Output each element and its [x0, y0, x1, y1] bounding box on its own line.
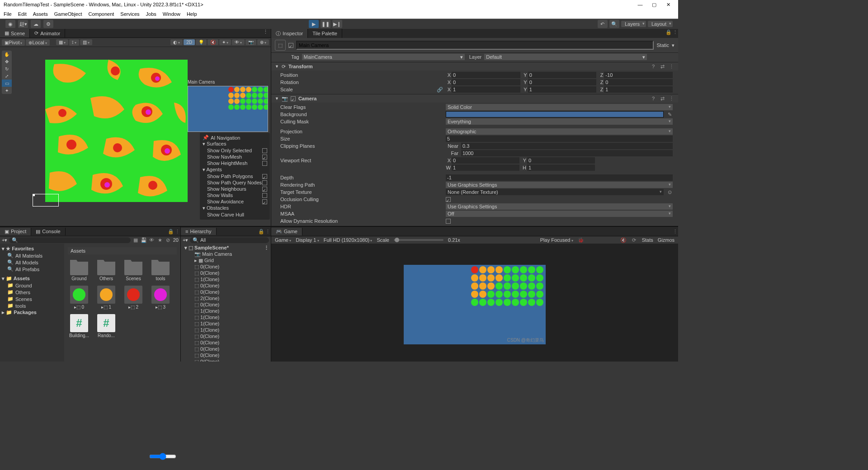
overlay-pin-icon[interactable]: 📌 [203, 135, 209, 141]
maximize-icon[interactable]: ▢ [648, 2, 660, 8]
hierarchy-item[interactable]: ⬚ 0(Clone) [182, 263, 270, 270]
dynres-checkbox[interactable] [446, 219, 451, 224]
rect-tool-icon[interactable]: ▭ [2, 80, 12, 87]
vp-w[interactable] [452, 164, 519, 171]
scale-x[interactable] [452, 86, 520, 93]
size-field[interactable] [446, 136, 673, 142]
camera-header[interactable]: ▼📷 Camera ? ⇄ ⋮ [271, 94, 678, 103]
undo-history-icon[interactable]: ↶ [598, 20, 608, 28]
rendering-path-dropdown[interactable]: Use Graphics Settings [446, 182, 673, 188]
pos-y[interactable] [528, 72, 597, 78]
script-icon[interactable]: # [70, 314, 88, 332]
menu-jobs[interactable]: Jobs [146, 11, 156, 17]
depth-field[interactable] [446, 174, 673, 181]
mute-icon[interactable]: 🔇 [620, 237, 627, 243]
filter-icon[interactable]: ▦ [132, 237, 139, 243]
occlusion-checkbox[interactable] [446, 197, 451, 202]
layers-dropdown[interactable]: Layers [621, 21, 646, 27]
resolution-dropdown[interactable]: Full HD (1920x1080) [324, 237, 373, 243]
menu-gameobject[interactable]: GameObject [54, 11, 82, 17]
clear-flags-dropdown[interactable]: Solid Color [446, 104, 673, 110]
hierarchy-item[interactable]: 📷 Main Camera [182, 251, 270, 257]
static-dropdown-icon[interactable]: ▾ [672, 42, 675, 48]
hand-tool-icon[interactable]: ✋ [2, 51, 12, 58]
add-icon[interactable]: +▾ [183, 237, 188, 243]
hierarchy-item[interactable]: ⬚ 0(Clone) [182, 346, 270, 352]
tab-menu-icon[interactable]: ⋮ [264, 228, 271, 235]
vsync-icon[interactable]: ⟳ [631, 237, 637, 243]
close-icon[interactable]: ✕ [662, 2, 675, 8]
gameobject-icon[interactable]: ⬚ [275, 40, 286, 51]
hierarchy-item[interactable]: ⬚ 0(Clone) [182, 339, 270, 346]
tab-inspector[interactable]: ⓘInspector [271, 29, 308, 38]
rot-x[interactable] [452, 79, 520, 85]
target-texture-field[interactable]: None (Render Texture) [446, 189, 664, 195]
hierarchy-item[interactable]: ⬚ 1(Clone) [182, 320, 270, 327]
menu-assets[interactable]: Assets [33, 11, 48, 17]
scale-slider[interactable] [394, 239, 443, 241]
pivot-toggle[interactable]: ▣Pivot [2, 39, 25, 46]
folder-icon[interactable] [97, 257, 115, 275]
script-icon[interactable]: # [97, 314, 115, 332]
snap-increment-icon[interactable]: ⟟ [69, 39, 79, 46]
folder-icon[interactable] [124, 257, 142, 275]
tab-menu-icon[interactable]: ⋮ [174, 228, 180, 235]
menu-window[interactable]: Window [163, 11, 180, 17]
hierarchy-item[interactable]: ⬚ 1(Clone) [182, 308, 270, 314]
cloud-icon[interactable]: ☁ [31, 20, 41, 28]
tab-menu-icon[interactable]: ⋮ [260, 29, 271, 38]
lock-icon[interactable]: 🔒 [168, 228, 174, 235]
pos-x[interactable] [452, 72, 520, 78]
hierarchy-item[interactable]: ⬚ 1(Clone) [182, 314, 270, 320]
local-toggle[interactable]: ⊕Local [26, 39, 49, 46]
snap-toggle-icon[interactable]: ▥ [80, 39, 92, 45]
play-button[interactable]: ▶ [309, 20, 319, 28]
visibility-icon[interactable]: 👁 [232, 39, 245, 45]
stats-button[interactable]: Stats [642, 237, 653, 243]
link-icon[interactable]: 🔗 [437, 86, 443, 93]
preset-icon[interactable]: ⇄ [659, 95, 665, 102]
hdr-dropdown[interactable]: Use Graphics Settings [446, 203, 673, 210]
hierarchy-item[interactable]: ⬚ 0(Clone) [182, 289, 270, 295]
checkbox[interactable] [262, 161, 267, 166]
fx-icon[interactable]: ✦ [219, 39, 231, 45]
hierarchy-scene[interactable]: ▾ ⬚ SampleScene*⋮ [182, 244, 270, 251]
msaa-dropdown[interactable]: Off [446, 211, 673, 217]
bug-icon[interactable]: 🐞 [578, 237, 584, 243]
tag-dropdown[interactable]: MainCamera▾ [302, 54, 465, 60]
tab-menu-icon[interactable]: ⋮ [672, 29, 678, 35]
project-grid[interactable]: Assets GroundOthersScenestools▸⬚ 0▸⬚ 1▸⬚… [64, 244, 180, 362]
checkbox[interactable] [262, 187, 267, 192]
active-checkbox[interactable] [288, 43, 293, 48]
star-icon[interactable]: ★ [157, 237, 163, 243]
projection-dropdown[interactable]: Orthographic [446, 128, 673, 135]
vp-h[interactable] [527, 164, 595, 171]
sprite-icon[interactable] [70, 286, 88, 304]
checkbox[interactable] [262, 148, 267, 153]
lighting-icon[interactable]: 💡 [196, 39, 207, 45]
audio-icon[interactable]: 🔇 [208, 39, 218, 45]
settings-icon[interactable]: ⚙ [43, 20, 53, 28]
tab-tile-palette[interactable]: Tile Palette [308, 29, 342, 38]
checkbox[interactable] [262, 199, 267, 204]
checkbox[interactable] [262, 180, 267, 185]
layout-dropdown[interactable]: Layout [648, 21, 673, 27]
sprite-icon[interactable] [97, 286, 115, 304]
minimize-icon[interactable]: — [634, 2, 646, 7]
project-search[interactable]: 🔍 [9, 237, 130, 243]
menu-file[interactable]: File [4, 11, 12, 17]
scene-view[interactable]: ✋ ✥ ↻ ⤢ ▭ ✦ [0, 47, 271, 226]
mode-2d-button[interactable]: 2D [184, 39, 195, 45]
gizmos-icon[interactable]: ⊕ [257, 39, 269, 45]
scale-z[interactable] [604, 86, 673, 93]
transform-tool-icon[interactable]: ✦ [2, 87, 12, 94]
rot-z[interactable] [604, 79, 673, 85]
add-icon[interactable]: +▾ [2, 237, 7, 243]
game-dropdown[interactable]: Game [275, 237, 291, 243]
hierarchy-item[interactable]: ⬚ 0(Clone) [182, 301, 270, 308]
rot-y[interactable] [528, 79, 597, 85]
tab-scene[interactable]: ▦Scene [0, 29, 30, 38]
tab-animator[interactable]: ⟳Animator [30, 29, 65, 38]
gameobject-name-field[interactable] [296, 41, 654, 50]
culling-mask-dropdown[interactable]: Everything [446, 118, 673, 125]
